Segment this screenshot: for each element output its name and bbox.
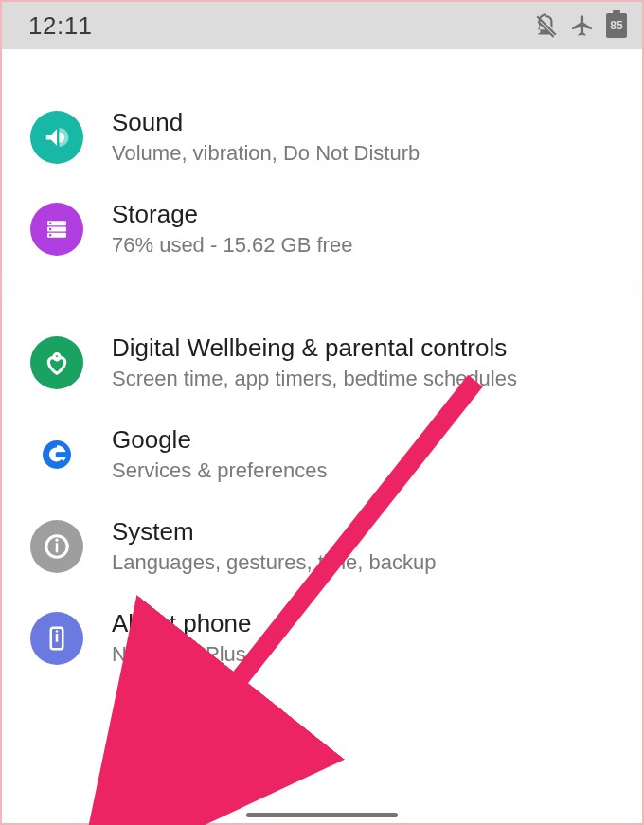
svg-point-14 bbox=[55, 538, 58, 541]
svg-point-4 bbox=[49, 222, 52, 224]
svg-rect-11 bbox=[56, 452, 69, 457]
svg-rect-16 bbox=[56, 634, 59, 642]
settings-item-subtitle: Volume, vibration, Do Not Disturb bbox=[112, 141, 619, 166]
settings-item-subtitle: Nokia 6.1 Plus bbox=[112, 642, 619, 667]
settings-item-subtitle: Services & preferences bbox=[112, 458, 619, 483]
settings-item-title: System bbox=[112, 517, 619, 547]
settings-item-sound[interactable]: Sound Volume, vibration, Do Not Disturb bbox=[2, 91, 642, 183]
settings-item-title: Sound bbox=[112, 108, 619, 137]
svg-point-17 bbox=[56, 630, 59, 633]
battery-percent: 85 bbox=[610, 19, 622, 32]
settings-item-subtitle: Languages, gestures, time, backup bbox=[112, 550, 619, 575]
settings-block-2: Digital Wellbeing & parental controls Sc… bbox=[2, 299, 642, 688]
settings-item-subtitle: Screen time, app timers, bedtime schedul… bbox=[112, 367, 619, 391]
svg-rect-13 bbox=[56, 543, 59, 552]
settings-item-title: Google bbox=[112, 425, 619, 455]
settings-item-digital-wellbeing[interactable]: Digital Wellbeing & parental controls Sc… bbox=[2, 316, 642, 408]
status-time: 12:11 bbox=[28, 11, 93, 41]
settings-item-system[interactable]: System Languages, gestures, time, backup bbox=[2, 500, 642, 592]
about-phone-icon bbox=[30, 612, 83, 665]
system-icon bbox=[30, 520, 83, 573]
settings-block-1: Sound Volume, vibration, Do Not Disturb … bbox=[2, 49, 642, 278]
settings-item-about-phone[interactable]: About phone Nokia 6.1 Plus bbox=[2, 592, 642, 684]
gesture-nav-hint[interactable] bbox=[246, 813, 398, 817]
status-right-cluster: 85 bbox=[534, 13, 627, 38]
svg-point-5 bbox=[49, 227, 52, 230]
settings-item-google[interactable]: Google Services & preferences bbox=[2, 408, 642, 500]
sound-icon bbox=[30, 111, 83, 164]
phone-frame: 12:11 85 Sound Volume, vibration, bbox=[0, 0, 644, 825]
status-bar: 12:11 85 bbox=[2, 2, 642, 49]
wellbeing-icon bbox=[30, 336, 83, 389]
airplane-mode-icon bbox=[570, 13, 595, 38]
svg-point-6 bbox=[49, 234, 52, 237]
storage-icon bbox=[30, 203, 83, 256]
settings-item-storage[interactable]: Storage 76% used - 15.62 GB free bbox=[2, 183, 642, 275]
battery-icon: 85 bbox=[606, 13, 627, 38]
settings-item-title: Digital Wellbeing & parental controls bbox=[112, 333, 619, 363]
mute-icon bbox=[534, 13, 559, 38]
settings-item-subtitle: 76% used - 15.62 GB free bbox=[112, 233, 619, 258]
google-icon bbox=[30, 428, 83, 481]
settings-item-title: Storage bbox=[112, 200, 619, 229]
settings-item-title: About phone bbox=[112, 609, 619, 638]
settings-list: Sound Volume, vibration, Do Not Disturb … bbox=[2, 49, 642, 823]
